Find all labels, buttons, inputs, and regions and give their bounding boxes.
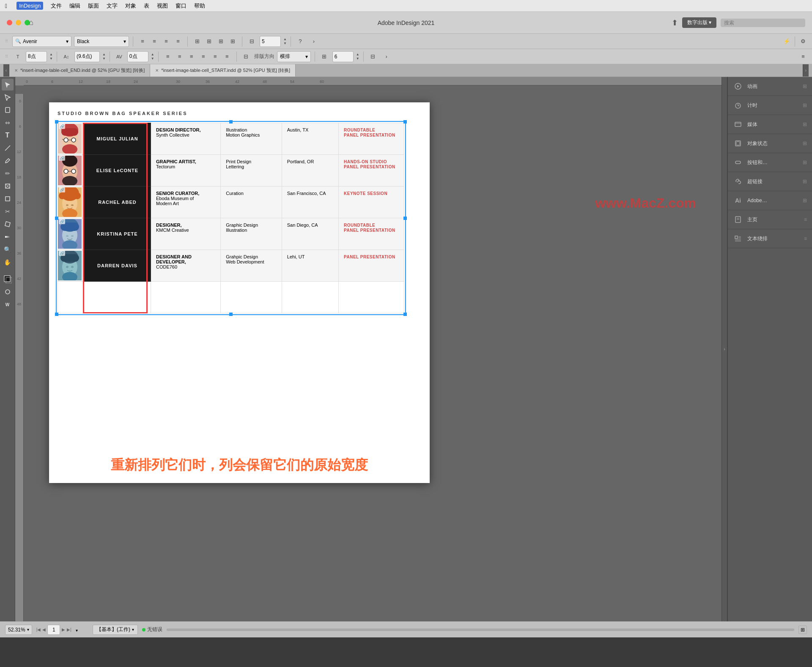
panel-item-object-state[interactable]: 对象状态 ⊞ [728, 134, 812, 153]
fit-window-icon[interactable]: ⊞ [798, 626, 807, 634]
page-tool[interactable] [2, 104, 14, 116]
menu-view[interactable]: 视图 [157, 2, 168, 10]
leading-field[interactable]: (9.6点) [74, 51, 100, 62]
kerning-field[interactable]: 0点 [127, 51, 148, 62]
font-size-field[interactable]: 8点 [26, 51, 47, 62]
search-input[interactable] [721, 19, 805, 27]
scissors-tool[interactable]: ✂ [2, 206, 14, 217]
question-icon[interactable]: ? [295, 36, 306, 47]
menu-indesign[interactable]: InDesign [16, 2, 43, 10]
tab1-close[interactable]: ✕ [14, 68, 18, 73]
line-tool[interactable] [2, 142, 14, 154]
page-last[interactable]: ▶| [67, 627, 71, 632]
tb2-extra2[interactable]: › [381, 51, 392, 62]
more-icon[interactable]: › [308, 36, 319, 47]
kerning-up[interactable]: ▲ [151, 52, 154, 56]
panel-collapse-right[interactable]: › [803, 64, 809, 77]
grid-icon-3[interactable]: ⊞ [215, 36, 226, 47]
font-selector[interactable]: 🔍 Avenir ▾ [12, 36, 71, 47]
align-right-icon[interactable]: ≡ [161, 36, 172, 47]
frame-tool[interactable] [2, 180, 14, 192]
panel-item-buttons[interactable]: 按钮和… ⊞ [728, 153, 812, 172]
direction-selector[interactable]: 横排 ▾ [277, 51, 311, 62]
apple-icon[interactable]:  [5, 3, 7, 9]
align2-left[interactable]: ≡ [162, 51, 173, 62]
gap-tool[interactable]: ⇔ [2, 117, 14, 129]
preview-toggle[interactable]: W [2, 299, 14, 310]
close-button[interactable] [7, 20, 12, 25]
pencil-tool[interactable]: ✏ [2, 167, 14, 179]
leading-up[interactable]: ▲ [102, 52, 106, 56]
tb2-right1[interactable]: ≡ [798, 51, 809, 62]
direct-select-tool[interactable] [2, 91, 14, 103]
text-tool[interactable]: T [2, 129, 14, 141]
lightning-icon[interactable]: ⚡ [781, 36, 792, 47]
rows-up[interactable]: ▲ [356, 52, 359, 56]
panel-item-timer[interactable]: 计时 ⊞ [728, 96, 812, 115]
fontsize-up[interactable]: ▲ [49, 52, 53, 56]
zoom-tool[interactable]: 🔍 [2, 244, 14, 255]
font-weight-selector[interactable]: Black ▾ [74, 36, 129, 47]
fontsize-down[interactable]: ▼ [49, 57, 53, 60]
align2-right[interactable]: ≡ [186, 51, 197, 62]
right-divider[interactable]: › [721, 77, 727, 621]
kerning-down[interactable]: ▼ [151, 57, 154, 60]
shape-tool[interactable] [2, 193, 14, 205]
grid-icon-2[interactable]: ⊞ [203, 36, 214, 47]
align2-justify[interactable]: ≡ [198, 51, 209, 62]
leading-down[interactable]: ▼ [102, 57, 106, 60]
page-next[interactable]: ▶ [62, 627, 65, 632]
free-transform-tool[interactable] [2, 218, 14, 230]
grid-icon-1[interactable]: ⊞ [192, 36, 203, 47]
rows-down[interactable]: ▼ [356, 57, 359, 60]
columns-field[interactable]: 5 [260, 36, 281, 47]
toolbar2-drag[interactable]: ⠿ [3, 53, 10, 60]
panel-item-text-wrap[interactable]: 文本绕排 ≡ [728, 229, 812, 248]
tab2-close[interactable]: ✕ [155, 68, 159, 73]
pen-tool[interactable] [2, 155, 14, 167]
tb2-extra1[interactable]: ⊟ [368, 51, 379, 62]
share-icon[interactable]: ⬆ [672, 18, 678, 27]
panel-collapse-left[interactable]: ‹ [3, 64, 9, 77]
align-justify-icon[interactable]: ≡ [173, 36, 184, 47]
select-tool[interactable] [2, 79, 14, 91]
tab-1[interactable]: ✕ *insert-image-table-cell_END.indd @ 52… [9, 64, 150, 77]
menu-object[interactable]: 对象 [125, 2, 136, 10]
panel-item-media[interactable]: 媒体 ⊞ [728, 115, 812, 134]
columns-down[interactable]: ▼ [283, 41, 287, 45]
menu-window[interactable]: 窗口 [176, 2, 187, 10]
toolbar-drag-handle[interactable]: ⠿ [3, 38, 10, 45]
menu-file[interactable]: 文件 [51, 2, 62, 10]
align2-6[interactable]: ≡ [222, 51, 233, 62]
profile-selector[interactable]: 【基本】(工作) ▾ [93, 625, 138, 635]
page-prev[interactable]: ◀ [42, 627, 46, 632]
align2-center[interactable]: ≡ [174, 51, 185, 62]
panel-item-animation[interactable]: 动画 ⊞ [728, 77, 812, 96]
home-icon[interactable]: ⌂ [29, 18, 33, 27]
rows-field[interactable]: 6 [332, 51, 354, 62]
page-number-field[interactable]: 1 [47, 625, 60, 635]
mode-toggle[interactable] [2, 286, 14, 298]
zoom-selector[interactable]: 52.31% ▾ [5, 625, 32, 635]
panel-item-master-page[interactable]: 主页 ≡ [728, 210, 812, 229]
publish-button[interactable]: 排版方向 数字出版 ▾ [682, 17, 716, 28]
minimize-button[interactable] [16, 20, 21, 25]
gradient-tool[interactable] [2, 231, 14, 243]
tab-2[interactable]: ✕ *insert-image-table-cell_START.indd @ … [150, 64, 296, 77]
columns-up[interactable]: ▲ [283, 37, 287, 41]
hand-tool[interactable]: ✋ [2, 256, 14, 268]
settings-icon[interactable]: ⚙ [798, 36, 809, 47]
menu-help[interactable]: 帮助 [194, 2, 205, 10]
align2-5[interactable]: ≡ [210, 51, 221, 62]
page-first[interactable]: |◀ [36, 627, 41, 632]
menu-edit[interactable]: 编辑 [69, 2, 80, 10]
menu-table[interactable]: 表 [144, 2, 149, 10]
panel-item-adobe[interactable]: Ai Adobe… ⊞ [728, 191, 812, 210]
grid-icon-4[interactable]: ⊞ [227, 36, 238, 47]
menu-text[interactable]: 文字 [107, 2, 118, 10]
panel-item-hyperlink[interactable]: 超链接 ⊞ [728, 172, 812, 191]
color-fill[interactable] [2, 273, 14, 285]
align-center-icon[interactable]: ≡ [149, 36, 160, 47]
align-left-icon[interactable]: ≡ [137, 36, 148, 47]
page-dropdown[interactable]: ▾ [76, 626, 88, 634]
